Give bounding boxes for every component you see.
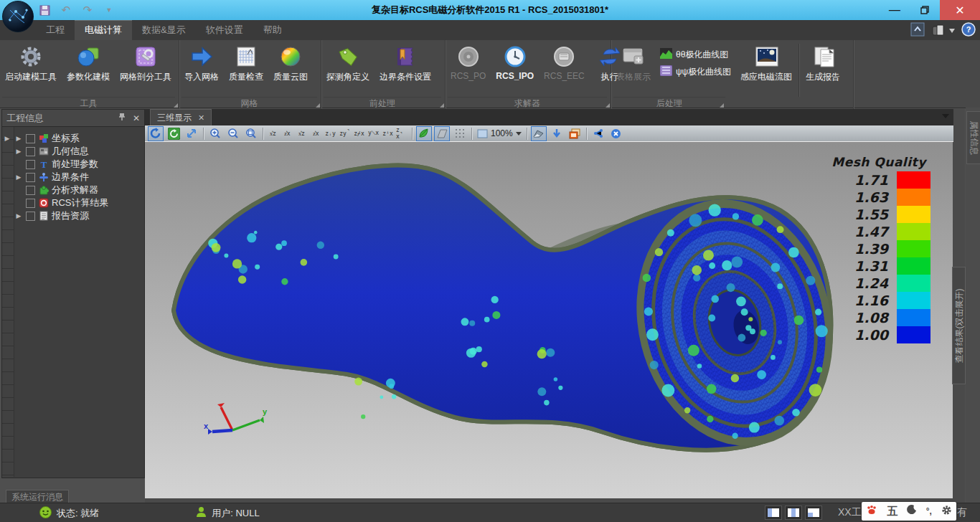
root-expander-icon[interactable]: ▶ (3, 135, 11, 142)
app-logo-icon (2, 1, 34, 32)
rcs-ipo-button[interactable]: RCS_IPO (491, 42, 539, 92)
share-nodes-icon[interactable] (590, 126, 606, 141)
select-region-icon[interactable] (531, 126, 547, 141)
restore-button[interactable] (910, 0, 940, 20)
view-zx2-icon[interactable]: z͛x (310, 127, 322, 141)
tab-view-results[interactable]: 查看结果(双击展开) (952, 267, 966, 384)
zoom-level-dropdown[interactable]: 100% (476, 128, 523, 138)
rcs-eec-button[interactable]: RCS_EEC (539, 42, 590, 92)
expander-icon[interactable]: ▶ (14, 135, 23, 142)
close-circle-icon[interactable] (608, 126, 624, 141)
psi-polar-curve-button[interactable]: ψψ极化曲线图 (660, 65, 731, 78)
status-bar: 状态: 就绪 用户: NULL (0, 503, 980, 522)
tree-item-report-resources[interactable]: ▶ 报告资源 (2, 209, 144, 222)
generate-report-button[interactable]: 生成报告 (801, 42, 845, 92)
expander-icon[interactable]: ▶ (14, 174, 23, 181)
tree-checkbox[interactable] (26, 199, 35, 208)
view-iso4-icon[interactable]: z x̚ (396, 127, 408, 141)
quality-check-button[interactable]: 质量检查 (224, 42, 268, 92)
undo-icon[interactable]: ↶ (59, 4, 73, 16)
import-mesh-button[interactable]: 导入网格 (179, 42, 224, 92)
ime-mode-char[interactable]: 五 (887, 505, 897, 518)
shaded-view-leaf-icon[interactable] (416, 126, 432, 141)
view-iso2-icon[interactable]: y⟍x (367, 127, 380, 141)
zoom-extents-icon[interactable] (243, 126, 259, 141)
theta-polar-curve-button[interactable]: θθ极化曲线图 (660, 48, 731, 61)
view-xz2-icon[interactable]: x͛z (296, 127, 308, 141)
tree-checkbox[interactable] (26, 173, 35, 182)
minimize-button[interactable]: — (880, 0, 910, 20)
view-zy2-icon[interactable]: zy̚ (339, 127, 351, 141)
quick-access-dropdown-icon[interactable]: ▼ (102, 4, 116, 16)
tree-checkbox[interactable] (26, 160, 35, 169)
3d-viewport[interactable]: x y Mesh Quality 1.71 1.63 1.55 1.47 1.3… (145, 142, 953, 498)
help-icon[interactable]: ? (961, 22, 976, 39)
table-show-button[interactable]: 表格展示 (611, 42, 656, 92)
boundary-settings-button[interactable]: 边界条件设置 (374, 42, 436, 92)
ime-toolbar[interactable]: 五 °, (862, 502, 956, 521)
ime-paw-icon[interactable] (866, 505, 877, 518)
drop-down-arrow-icon[interactable] (549, 126, 565, 141)
tree-checkbox[interactable] (26, 186, 35, 195)
panel-close-icon[interactable]: ✕ (133, 113, 140, 123)
tab-software-settings[interactable]: 软件设置 (196, 20, 253, 40)
view-xz-icon[interactable]: x͛z (267, 127, 279, 141)
em-flow-button[interactable]: 感应电磁流图 (735, 42, 797, 92)
tab-list-dropdown-icon[interactable] (942, 114, 949, 118)
tab-data-display[interactable]: 数据&显示 (132, 20, 196, 40)
tab-3d-display[interactable]: 三维显示 ✕ (150, 109, 212, 125)
view-zx-icon[interactable]: z͛x (281, 127, 293, 141)
tree-item-rcs-results[interactable]: RCS计算结果 (2, 196, 144, 209)
zoom-out-icon[interactable] (225, 126, 241, 141)
ime-punct-toggle[interactable]: °, (926, 506, 932, 516)
group-dialog-launcher[interactable] (316, 103, 320, 108)
tab-help[interactable]: 帮助 (253, 20, 292, 40)
doc-tab-close-icon[interactable]: ✕ (198, 113, 204, 123)
spin-view-icon[interactable] (166, 126, 182, 141)
expander-icon[interactable]: ▶ (14, 212, 23, 219)
tab-properties[interactable]: 属性信息 (966, 111, 980, 164)
tree-item-preprocess-params[interactable]: T 前处理参数 (2, 158, 144, 171)
grid-dots-icon[interactable] (452, 126, 468, 141)
group-dialog-launcher[interactable] (606, 103, 610, 108)
rcs-po-button[interactable]: RCS_PO (446, 42, 491, 92)
group-dialog-launcher[interactable] (440, 103, 444, 108)
tree-item-analysis-solver[interactable]: 分析求解器 (2, 184, 144, 196)
windows-cascade-icon[interactable] (567, 126, 583, 141)
collapse-ribbon-icon[interactable] (910, 22, 925, 39)
view-iso3-icon[interactable]: zꜜx (382, 127, 394, 141)
probe-angle-button[interactable]: 探测角定义 (321, 42, 374, 92)
ime-settings-gear-icon[interactable] (941, 505, 952, 518)
group-dialog-launcher[interactable] (720, 103, 724, 108)
expander-icon[interactable]: ▶ (14, 148, 23, 155)
mesh-tool-button[interactable]: 网格剖分工具 (115, 42, 176, 92)
tree-checkbox[interactable] (26, 147, 35, 156)
param-modeling-button[interactable]: 参数化建模 (62, 42, 115, 92)
device-icon[interactable] (931, 24, 955, 38)
tree-checkbox[interactable] (26, 212, 35, 221)
rotate-view-icon[interactable] (148, 126, 164, 141)
pan-fit-icon[interactable] (184, 126, 199, 141)
layout-bottom-icon[interactable] (805, 506, 822, 520)
ime-moon-icon[interactable] (907, 505, 917, 518)
layout-left-icon[interactable] (765, 506, 782, 520)
tree-item-boundary-conditions[interactable]: ▶ 边界条件 (2, 171, 144, 184)
quality-cloud-button[interactable]: 质量云图 (268, 42, 313, 92)
layout-center-icon[interactable] (785, 506, 802, 520)
zoom-in-icon[interactable] (207, 126, 223, 141)
view-iso1-icon[interactable]: z⌿x (353, 127, 365, 141)
close-button[interactable]: ✕ (940, 0, 980, 20)
tree-item-coordinate-system[interactable]: ▶ ▶ 坐标系 (2, 132, 144, 145)
group-dialog-launcher[interactable] (174, 103, 178, 108)
tree-item-geometry-info[interactable]: ▶ 几何信息 (2, 145, 144, 158)
redo-icon[interactable]: ↷ (80, 4, 95, 16)
tab-project[interactable]: 工程 (36, 20, 75, 40)
pin-icon[interactable] (118, 113, 126, 123)
start-modeling-button[interactable]: 启动建模工具 (0, 42, 62, 92)
plane-view-icon[interactable] (434, 126, 450, 141)
tab-em-computation[interactable]: 电磁计算 (75, 20, 132, 40)
view-zy-icon[interactable]: zꜟy (324, 127, 336, 141)
system-messages-tab[interactable]: 系统运行消息 (6, 490, 69, 503)
tree-checkbox[interactable] (26, 134, 35, 143)
save-icon[interactable] (37, 4, 52, 16)
